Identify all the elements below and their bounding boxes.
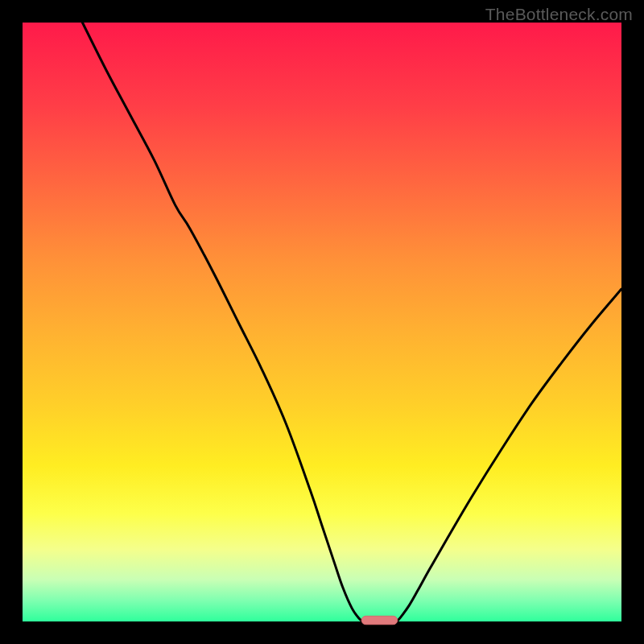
watermark-text: TheBottleneck.com [485,5,633,24]
optimum-marker [361,616,398,624]
chart-frame: TheBottleneck.com [0,0,644,644]
left-bottleneck-curve [82,23,362,621]
right-bottleneck-curve [397,289,621,621]
chart-svg [23,23,621,621]
